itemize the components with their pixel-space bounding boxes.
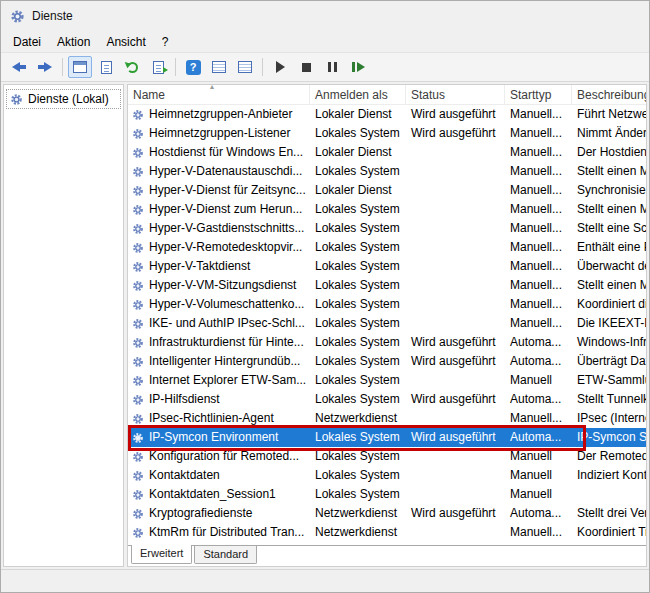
table-row[interactable]: Hyper-V-Taktdienst Lokales System Manuel…: [128, 257, 646, 276]
service-name-cell: Kryptografiedienste: [128, 504, 310, 523]
service-description-cell: Der Hostdien...: [572, 143, 646, 162]
status-bar: [1, 569, 649, 592]
column-header-beschreibung[interactable]: Beschreibung: [572, 85, 646, 104]
service-logon-cell: Lokales System: [310, 485, 406, 504]
table-row[interactable]: Kryptografiedienste Netzwerkdienst Wird …: [128, 504, 646, 523]
column-header-status[interactable]: Status: [406, 85, 505, 104]
menu-hilfe[interactable]: ?: [154, 33, 177, 51]
table-row[interactable]: Intelligenter Hintergrundüb... Lokales S…: [128, 352, 646, 371]
table-row[interactable]: Infrastrukturdienst für Hinte... Lokales…: [128, 333, 646, 352]
extended-view-icon[interactable]: [207, 56, 231, 78]
service-name-text: Heimnetzgruppen-Listener: [149, 124, 290, 143]
service-name-text: Hyper-V-Dienst zum Herun...: [149, 200, 302, 219]
column-header-label: Beschreibung: [577, 88, 646, 102]
service-starttype-cell: Manuell...: [505, 314, 572, 333]
service-description-cell: Indiziert Kont...: [572, 466, 646, 485]
service-name-cell: Heimnetzgruppen-Listener: [128, 124, 310, 143]
table-row[interactable]: Kontaktdaten Lokales System Manuell Indi…: [128, 466, 646, 485]
menu-ansicht[interactable]: Ansicht: [98, 33, 153, 51]
service-logon-cell: Lokales System: [310, 371, 406, 390]
stop-service-icon[interactable]: [294, 56, 318, 78]
table-row[interactable]: KtmRm für Distributed Tran... Netzwerkdi…: [128, 523, 646, 542]
table-row[interactable]: Hyper-V-Remotedesktopvir... Lokales Syst…: [128, 238, 646, 257]
service-starttype-cell: Automa...: [505, 504, 572, 523]
service-starttype-cell: Automa...: [505, 333, 572, 352]
service-description-cell: Enthält eine P...: [572, 238, 646, 257]
service-gear-icon: [132, 356, 144, 368]
service-gear-icon: [132, 242, 144, 254]
table-row[interactable]: Hyper-V-Volumeschattenko... Lokales Syst…: [128, 295, 646, 314]
service-starttype-cell: Automa...: [505, 352, 572, 371]
restart-service-icon[interactable]: [346, 56, 370, 78]
table-row[interactable]: Hyper-V-VM-Sitzungsdienst Lokales System…: [128, 276, 646, 295]
standard-view-icon[interactable]: [233, 56, 257, 78]
table-row[interactable]: Hyper-V-Datenaustauschdi... Lokales Syst…: [128, 162, 646, 181]
service-description-cell: Stellt einen M...: [572, 162, 646, 181]
service-name-cell: Hyper-V-Dienst zum Herun...: [128, 200, 310, 219]
service-description-cell: IP-Symcon S...: [572, 428, 646, 447]
service-name-cell: Hyper-V-Volumeschattenko...: [128, 295, 310, 314]
service-logon-cell: Lokales System: [310, 238, 406, 257]
table-row[interactable]: IPsec-Richtlinien-Agent Netzwerkdienst M…: [128, 409, 646, 428]
service-starttype-cell: Manuell...: [505, 162, 572, 181]
export-list-icon[interactable]: [94, 56, 118, 78]
table-row[interactable]: Internet Explorer ETW-Sam... Lokales Sys…: [128, 371, 646, 390]
tab-standard[interactable]: Standard: [194, 546, 257, 564]
table-row[interactable]: IP-Hilfsdienst Lokales System Wird ausge…: [128, 390, 646, 409]
column-header-label: Anmelden als: [315, 88, 388, 102]
table-row[interactable]: Hyper-V-Dienst für Zeitsync... Lokaler D…: [128, 181, 646, 200]
menu-datei[interactable]: Datei: [5, 33, 49, 51]
service-status-cell: [406, 276, 505, 295]
export-icon[interactable]: [146, 56, 170, 78]
service-name-text: Hostdienst für Windows En...: [149, 143, 303, 162]
table-row[interactable]: Hostdienst für Windows En... Lokaler Die…: [128, 143, 646, 162]
back-arrow-icon[interactable]: [7, 56, 31, 78]
service-gear-icon: [132, 166, 144, 178]
column-header-name[interactable]: ▴ Name: [128, 85, 310, 104]
tree-item-dienste-lokal[interactable]: Dienste (Lokal): [6, 89, 121, 109]
service-name-text: IP-Symcon Environment: [149, 428, 278, 447]
toolbar: [1, 52, 649, 82]
table-row[interactable]: Konfiguration für Remoted... Lokales Sys…: [128, 447, 646, 466]
refresh-icon[interactable]: [120, 56, 144, 78]
service-name-text: Hyper-V-Remotedesktopvir...: [149, 238, 302, 257]
service-logon-cell: Lokales System: [310, 466, 406, 485]
service-name-text: Hyper-V-Taktdienst: [149, 257, 250, 276]
service-name-text: IPsec-Richtlinien-Agent: [149, 409, 274, 428]
tab-erweitert[interactable]: Erweitert: [131, 545, 192, 564]
table-row[interactable]: Hyper-V-Dienst zum Herun... Lokales Syst…: [128, 200, 646, 219]
start-service-icon[interactable]: [268, 56, 292, 78]
show-console-tree-icon[interactable]: [68, 56, 92, 78]
service-starttype-cell: Manuell...: [505, 295, 572, 314]
pause-service-icon[interactable]: [320, 56, 344, 78]
column-header-anmelden-als[interactable]: Anmelden als: [310, 85, 406, 104]
service-name-cell: Kontaktdaten_Session1: [128, 485, 310, 504]
service-status-cell: Wird ausgeführt: [406, 428, 505, 447]
menu-aktion[interactable]: Aktion: [49, 33, 98, 51]
services-node-icon: [10, 93, 23, 106]
service-logon-cell: Lokales System: [310, 124, 406, 143]
service-logon-cell: Netzwerkdienst: [310, 523, 406, 542]
service-gear-icon: [132, 508, 144, 520]
table-row[interactable]: IP-Symcon Environment Lokales System Wir…: [128, 428, 646, 447]
service-description-cell: Stellt Tunnelk...: [572, 390, 646, 409]
service-status-cell: [406, 409, 505, 428]
service-description-cell: Koordiniert di...: [572, 295, 646, 314]
column-header-starttyp[interactable]: Starttyp: [505, 85, 572, 104]
service-status-cell: [406, 447, 505, 466]
service-name-cell: IP-Hilfsdienst: [128, 390, 310, 409]
table-row[interactable]: IKE- und AuthIP IPsec-Schl... Lokales Sy…: [128, 314, 646, 333]
help-icon[interactable]: [181, 56, 205, 78]
table-row[interactable]: Heimnetzgruppen-Anbieter Lokaler Dienst …: [128, 105, 646, 124]
service-status-cell: [406, 143, 505, 162]
service-name-text: IP-Hilfsdienst: [149, 390, 220, 409]
service-logon-cell: Lokales System: [310, 162, 406, 181]
column-header-label: Status: [411, 88, 445, 102]
forward-arrow-icon[interactable]: [33, 56, 57, 78]
service-status-cell: [406, 371, 505, 390]
services-app-icon: [10, 9, 25, 24]
service-status-cell: [406, 485, 505, 504]
table-row[interactable]: Hyper-V-Gastdienstschnitts... Lokales Sy…: [128, 219, 646, 238]
table-row[interactable]: Heimnetzgruppen-Listener Lokales System …: [128, 124, 646, 143]
table-row[interactable]: Kontaktdaten_Session1 Lokales System Man…: [128, 485, 646, 504]
